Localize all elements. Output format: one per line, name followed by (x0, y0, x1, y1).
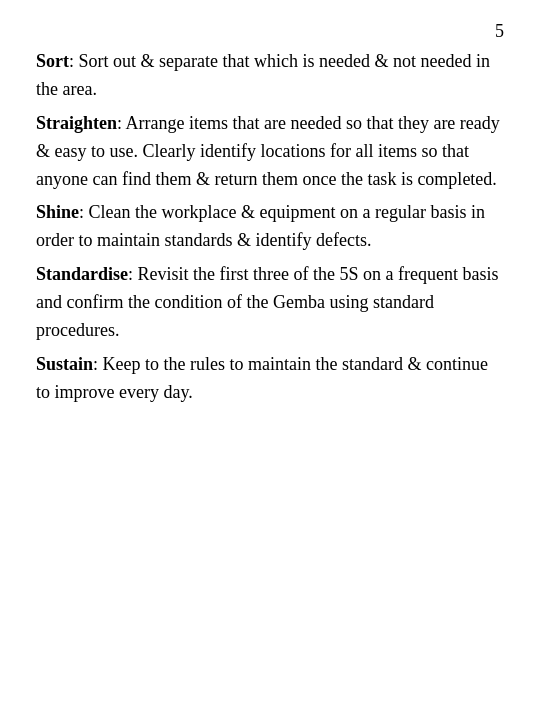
shine-text: : Clean the workplace & equipment on a r… (36, 202, 485, 250)
sort-paragraph: Sort: Sort out & separate that which is … (36, 48, 504, 104)
sort-term: Sort (36, 51, 69, 71)
shine-paragraph: Shine: Clean the workplace & equipment o… (36, 199, 504, 255)
straighten-term: Straighten (36, 113, 117, 133)
straighten-paragraph: Straighten: Arrange items that are neede… (36, 110, 504, 194)
page: 5 Sort: Sort out & separate that which i… (0, 0, 540, 720)
standardise-term: Standardise (36, 264, 128, 284)
sustain-text: : Keep to the rules to maintain the stan… (36, 354, 488, 402)
sustain-term: Sustain (36, 354, 93, 374)
sort-text: : Sort out & separate that which is need… (36, 51, 490, 99)
standardise-paragraph: Standardise: Revisit the first three of … (36, 261, 504, 345)
sustain-paragraph: Sustain: Keep to the rules to maintain t… (36, 351, 504, 407)
page-number: 5 (495, 18, 504, 46)
content-area: Sort: Sort out & separate that which is … (36, 48, 504, 407)
shine-term: Shine (36, 202, 79, 222)
